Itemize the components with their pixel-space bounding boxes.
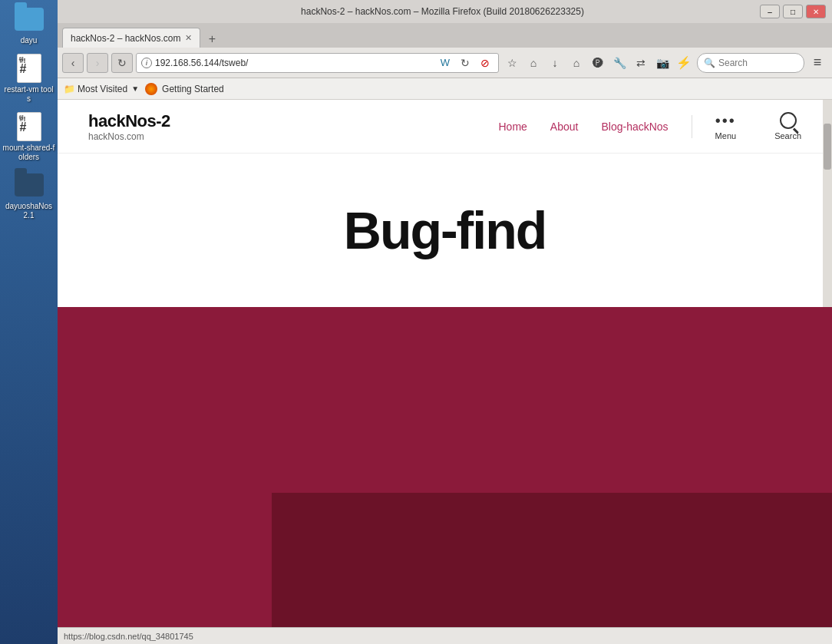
desktop-icon-dayu[interactable]: dayu <box>3 4 55 45</box>
site-name: hackNos-2 <box>88 111 170 131</box>
site-nav-about[interactable]: About <box>550 121 579 133</box>
refresh-button[interactable]: ↻ <box>111 53 133 73</box>
title-bar: hackNos-2 – hackNos.com – Mozilla Firefo… <box>58 0 832 23</box>
back-icon: ‹ <box>71 57 75 69</box>
pocket-icon[interactable]: 🅟 <box>588 53 608 73</box>
desktop-icon-dayuoshand-label: dayuoshaNos2.1 <box>3 202 55 220</box>
desktop-icon-mount-shared[interactable]: #! # mount-shared-folders <box>3 111 55 162</box>
site-menu-button[interactable]: ••• Menu <box>715 112 737 140</box>
tools-icon[interactable]: 🔧 <box>609 53 629 73</box>
screenshot-icon[interactable]: 📷 <box>652 53 672 73</box>
desktop-icon-mount-label: mount-shared-folders <box>3 144 55 162</box>
browser-window: hackNos-2 – hackNos.com – Mozilla Firefo… <box>58 0 832 644</box>
bookmarks-bar: 📁 Most Visited ▼ Getting Started <box>58 78 832 100</box>
extensions-icon[interactable]: ⚡ <box>674 53 694 73</box>
hero-title: Bug-find <box>344 200 546 260</box>
tab-label: hackNos-2 – hackNos.com <box>71 33 180 44</box>
new-tab-button[interactable]: + <box>202 31 222 48</box>
webpage: hackNos-2 hackNos.com Home About Blog-ha… <box>58 100 832 627</box>
dark-inner-box <box>272 493 832 627</box>
downloads-icon[interactable]: ↓ <box>545 53 565 73</box>
address-bar[interactable]: i W ↻ ⊘ <box>136 53 499 73</box>
most-visited-dropdown-icon: ▼ <box>131 84 139 93</box>
window-controls: – □ ✕ <box>760 5 826 18</box>
status-bar: https://blog.csdn.net/qq_34801745 <box>58 627 832 644</box>
getting-started-bookmark[interactable]: Getting Started <box>145 83 224 95</box>
browser-tab[interactable]: hackNos-2 – hackNos.com ✕ <box>62 28 200 48</box>
hamburger-menu-button[interactable]: ≡ <box>807 53 827 73</box>
site-logo: hackNos-2 hackNos.com <box>88 111 170 142</box>
desktop-icon-restart-label: restart-vm tools <box>3 85 55 104</box>
minimize-button[interactable]: – <box>760 5 780 18</box>
tab-bar: hackNos-2 – hackNos.com ✕ + <box>58 23 832 48</box>
menu-label: Menu <box>715 131 737 140</box>
desktop-icon-restart-vm[interactable]: #! # restart-vm tools <box>3 53 55 104</box>
sync-icon[interactable]: ⇄ <box>631 53 651 73</box>
star-icon[interactable]: ☆ <box>502 53 522 73</box>
desktop-icon-dayuoshand[interactable]: dayuoshaNos2.1 <box>3 170 55 220</box>
site-domain: hackNos.com <box>88 131 170 142</box>
nav-divider <box>692 115 692 138</box>
site-nav-home[interactable]: Home <box>499 121 527 133</box>
reload-icon[interactable]: ↻ <box>457 54 474 71</box>
bookmark-folder-icon: 📁 <box>64 84 75 94</box>
search-bar[interactable]: 🔍 <box>697 53 804 73</box>
most-visited-bookmark[interactable]: 📁 Most Visited ▼ <box>64 84 139 94</box>
search-magnifier-icon: 🔍 <box>704 58 715 68</box>
toolbar-icons: ☆ ⌂ ↓ ⌂ 🅟 🔧 ⇄ 📷 ⚡ <box>502 53 694 73</box>
wp-icon[interactable]: W <box>437 54 454 71</box>
tab-close-button[interactable]: ✕ <box>185 33 192 43</box>
url-input[interactable] <box>155 58 434 68</box>
back-button[interactable]: ‹ <box>62 53 84 73</box>
forward-button[interactable]: › <box>87 53 108 73</box>
home2-icon[interactable]: ⌂ <box>566 53 586 73</box>
desktop: dayu #! # restart-vm tools #! # mount-sh… <box>0 0 58 644</box>
window-title: hackNos-2 – hackNos.com – Mozilla Firefo… <box>125 6 760 17</box>
hero-section: Bug-find <box>58 154 832 307</box>
search-circle-icon <box>780 112 797 129</box>
scrollbar-thumb[interactable] <box>824 124 831 170</box>
site-nav: Home About Blog-hackNos ••• Menu Search <box>499 112 802 140</box>
status-url: https://blog.csdn.net/qq_34801745 <box>64 632 193 641</box>
block-icon[interactable]: ⊘ <box>477 54 494 71</box>
menu-dots-icon: ••• <box>715 112 736 130</box>
site-nav-blog[interactable]: Blog-hackNos <box>601 121 668 133</box>
refresh-icon: ↻ <box>117 57 127 69</box>
site-search-button[interactable]: Search <box>774 112 801 140</box>
nav-bar: ‹ › ↻ i W ↻ ⊘ ☆ ⌂ ↓ ⌂ 🅟 🔧 ⇄ 📷 ⚡ <box>58 48 832 78</box>
most-visited-label: Most Visited <box>78 84 127 94</box>
dark-section <box>58 307 832 627</box>
forward-icon: › <box>96 57 100 69</box>
firefox-logo-icon <box>145 83 157 95</box>
site-header: hackNos-2 hackNos.com Home About Blog-ha… <box>58 100 832 154</box>
maximize-button[interactable]: □ <box>783 5 803 18</box>
home-icon[interactable]: ⌂ <box>523 53 543 73</box>
getting-started-label: Getting Started <box>162 84 224 94</box>
security-info-icon[interactable]: i <box>141 58 152 68</box>
close-button[interactable]: ✕ <box>806 5 826 18</box>
desktop-icon-dayu-label: dayu <box>21 36 38 45</box>
